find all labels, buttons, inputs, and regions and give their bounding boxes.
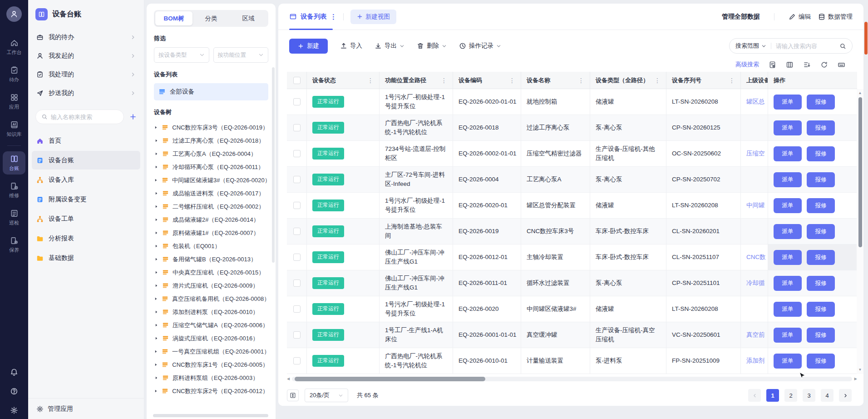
scroll-up-icon[interactable]: ▲ [858, 91, 862, 95]
panel-tab-分类[interactable]: 分类 [192, 11, 230, 25]
notifications-icon[interactable] [10, 368, 18, 376]
search-scope-select[interactable]: 搜索范围 [735, 42, 766, 50]
operation-log-button[interactable]: 操作记录 [459, 42, 501, 50]
column-menu-icon[interactable]: ⋮ [506, 77, 515, 84]
tree-item[interactable]: 真空压缩机备用机（EQ-2026-0008） [154, 292, 268, 305]
tree-item[interactable]: 二号螺杆压缩机（EQ-2026-0002） [154, 200, 268, 213]
filter-location-select[interactable]: 按功能位置 [213, 47, 269, 63]
sidebar-menu-item[interactable]: 我的待办 [28, 28, 144, 46]
sidebar-search-input[interactable] [51, 114, 118, 120]
row-checkbox[interactable] [293, 202, 301, 209]
pagination-prev[interactable] [748, 389, 761, 402]
tree-item[interactable]: 成品储液罐2#（EQ-2026-0014） [154, 213, 268, 226]
tree-item[interactable]: 压缩空气储气罐A（EQ-2026-0006） [154, 319, 268, 332]
add-icon[interactable] [129, 113, 137, 120]
column-menu-icon[interactable]: ⋮ [726, 77, 735, 84]
pagination-page-3[interactable]: 3 [803, 389, 815, 402]
tree-item[interactable]: 冷却循环离心泵（EQ-2026-0011） [154, 160, 268, 174]
repair-button[interactable]: 报修 [807, 224, 835, 239]
tree-item[interactable]: 添加剂进料泵（EQ-2026-0010） [154, 305, 268, 319]
export-button[interactable]: 导出 [375, 42, 404, 50]
tree-item[interactable]: 中央真空压缩机（EQ-2026-0015） [154, 266, 268, 279]
panel-tab-区域[interactable]: 区域 [230, 11, 267, 25]
panel-horizontal-scrollbar[interactable] [153, 414, 268, 417]
parent-device-link[interactable]: 中间罐 [746, 201, 765, 210]
scrollbar-thumb[interactable] [295, 377, 485, 381]
new-view-button[interactable]: 新建视图 [350, 10, 396, 24]
dispatch-button[interactable]: 派单 [774, 302, 802, 317]
sidebar-item-基础数据[interactable]: 基础数据 [32, 249, 140, 267]
tree-item[interactable]: 一号真空压缩机组（EQ-2026-0001） [154, 345, 268, 358]
repair-button[interactable]: 报修 [807, 250, 835, 265]
row-checkbox[interactable] [293, 305, 301, 313]
sidebar-item-设备入库[interactable]: 设备入库 [32, 170, 140, 189]
rail-item-台账[interactable]: 台账 [3, 151, 25, 175]
advanced-search-link[interactable]: 高级搜索 [735, 60, 759, 69]
parent-device-link[interactable]: CNC数 [746, 253, 766, 262]
column-menu-icon[interactable]: ⋮ [365, 77, 374, 84]
tree-item[interactable]: 包装机（EQ001） [154, 239, 268, 253]
scroll-left-icon[interactable]: ◀ [287, 377, 290, 381]
sidebar-item-首页[interactable]: 首页 [32, 131, 140, 150]
pagination-page-4[interactable]: 4 [821, 389, 833, 402]
manage-all-data[interactable]: 管理全部数据 [722, 13, 760, 21]
repair-button[interactable]: 报修 [807, 120, 835, 135]
rail-item-待办[interactable]: 待办 [3, 63, 25, 86]
parent-device-link[interactable]: 冷却循 [746, 279, 765, 288]
all-devices-item[interactable]: 全部设备 [154, 83, 268, 100]
page-size-select[interactable]: 20条/页 [305, 389, 348, 402]
repair-button[interactable]: 报修 [807, 276, 835, 291]
sidebar-item-附属设备变更[interactable]: 附属设备变更 [32, 190, 140, 209]
row-checkbox[interactable] [293, 150, 301, 157]
tree-item[interactable]: CNC数控车床1号（EQ-2026-0005） [154, 358, 268, 371]
parent-device-link[interactable]: 罐区总 [746, 97, 765, 106]
avatar[interactable] [6, 6, 22, 22]
parent-device-link[interactable]: 压缩空 [746, 149, 765, 158]
dispatch-button[interactable]: 派单 [774, 250, 802, 265]
preview-icon[interactable] [769, 61, 776, 69]
repair-button[interactable]: 报修 [807, 198, 835, 213]
row-checkbox[interactable] [293, 124, 301, 131]
rail-item-工作台[interactable]: 工作台 [3, 35, 25, 59]
repair-button[interactable]: 报修 [807, 146, 835, 161]
tree-item[interactable]: 原料储液罐1#（EQ-2026-0007） [154, 226, 268, 239]
tree-item[interactable]: CNC数控车床3号（EQ-2026-0019） [154, 121, 268, 134]
dispatch-button[interactable]: 派单 [774, 120, 802, 135]
keyboard-icon[interactable] [838, 61, 845, 69]
tree-item[interactable]: 备用储气罐B（EQ-2026-0013） [154, 253, 268, 266]
panel-vertical-scrollbar[interactable] [272, 67, 275, 263]
scroll-down-icon[interactable]: ▼ [858, 368, 862, 372]
sidebar-menu-item[interactable]: 抄送我的 [28, 84, 144, 102]
column-menu-icon[interactable]: ⋮ [575, 77, 584, 84]
panel-tab-BOM树[interactable]: BOM树 [155, 11, 192, 25]
tree-item[interactable]: 中间罐区储液罐3#（EQ-2026-0020） [154, 174, 268, 187]
sort-icon[interactable] [803, 61, 811, 69]
rail-item-知识库[interactable]: 知识库 [3, 117, 25, 140]
edit-button[interactable]: 编辑 [789, 13, 811, 21]
tree-item[interactable]: 成品输送进料泵（EQ-2026-0017） [154, 187, 268, 200]
repair-button[interactable]: 报修 [807, 302, 835, 317]
import-button[interactable]: 导入 [340, 42, 362, 50]
row-checkbox[interactable] [293, 279, 301, 287]
sidebar-item-设备工单[interactable]: 设备工单 [32, 210, 140, 228]
manage-app-button[interactable]: 管理应用 [28, 398, 144, 419]
sidebar-item-分析报表[interactable]: 分析报表 [32, 229, 140, 248]
dispatch-button[interactable]: 派单 [774, 146, 802, 161]
parent-device-link[interactable]: 真空前 [746, 330, 765, 339]
dispatch-button[interactable]: 派单 [774, 328, 802, 343]
dispatch-button[interactable]: 派单 [774, 224, 802, 239]
pagination-next[interactable] [839, 389, 852, 402]
rail-item-保养[interactable]: 保养 [3, 233, 25, 256]
repair-button[interactable]: 报修 [807, 354, 835, 369]
parent-device-link[interactable]: 添加剂 [746, 356, 765, 365]
dispatch-button[interactable]: 派单 [774, 172, 802, 187]
data-manage-button[interactable]: 数据管理 [818, 13, 853, 21]
rail-item-维修[interactable]: 维修 [3, 179, 25, 202]
sidebar-item-设备台账[interactable]: 设备台账 [32, 151, 140, 170]
scroll-right-icon[interactable]: ▶ [854, 377, 857, 381]
rail-item-应用[interactable]: 应用 [3, 90, 25, 113]
help-icon[interactable] [10, 387, 18, 395]
tree-item[interactable]: CNC数控车床2号（EQ-2026-0012） [154, 384, 268, 398]
repair-button[interactable]: 报修 [807, 328, 835, 343]
repair-button[interactable]: 报修 [807, 172, 835, 187]
